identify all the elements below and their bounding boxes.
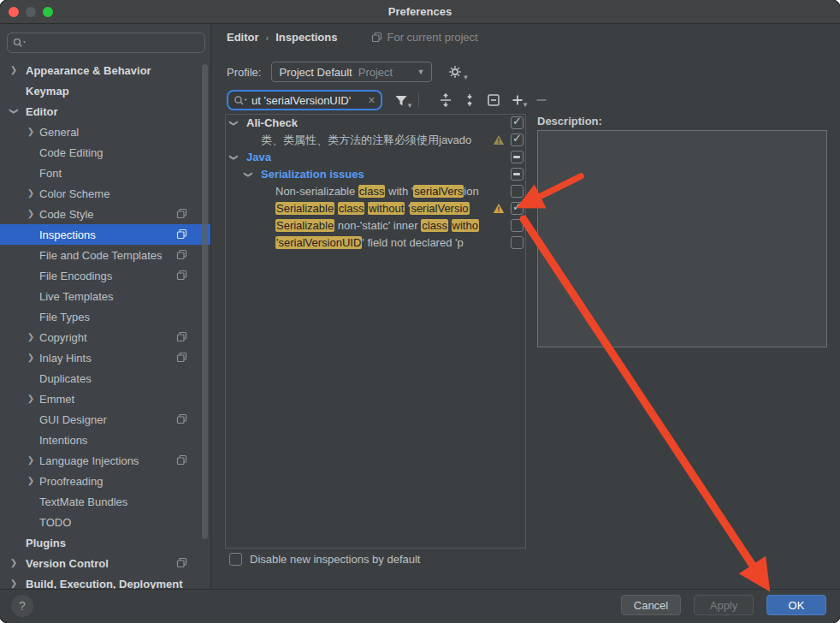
tree-row-insp-non-serializable-class[interactable]: Non-serializable class with 'serialVersi… (226, 183, 525, 200)
sidebar-item-file-types[interactable]: File Types (0, 306, 210, 327)
add-inspection-button[interactable]: ▼ (512, 94, 524, 106)
sidebar-item-label: File Types (39, 311, 90, 323)
disable-new-inspections-row: Disable new inspections by default (229, 553, 420, 566)
sidebar-item-code-editing[interactable]: Code Editing (0, 142, 210, 163)
reset-inspection-button[interactable] (487, 93, 500, 107)
sidebar-item-textmate-bundles[interactable]: TextMate Bundles (0, 491, 210, 512)
sidebar-item-file-encodings[interactable]: File Encodings (0, 265, 210, 286)
sidebar-item-version-control[interactable]: ❯Version Control (0, 553, 210, 573)
sidebar-item-general[interactable]: ❯General (0, 122, 210, 142)
chevron-right-icon: ❯ (27, 210, 35, 218)
breadcrumb: Editor › Inspections For current project (227, 31, 478, 44)
filter-button[interactable]: ▼ (394, 94, 408, 107)
sidebar-item-editor[interactable]: ❯Editor (0, 101, 210, 122)
tree-row-insp-serializable-inner-class[interactable]: Serializable non-'static' inner class wi… (226, 217, 525, 234)
inspection-checkbox-dash[interactable] (511, 151, 524, 163)
sidebar-item-build-execution-deployment[interactable]: ❯Build, Execution, Deployment (0, 573, 210, 589)
warning-icon (493, 134, 505, 145)
sidebar-item-color-scheme[interactable]: ❯Color Scheme (0, 183, 210, 204)
profile-actions-button[interactable]: ▼ (447, 64, 463, 80)
inspection-checkbox-empty[interactable] (511, 236, 524, 249)
sidebar-item-label: Inspections (39, 228, 96, 241)
sidebar-item-label: Emmet (39, 393, 74, 406)
sidebar-item-label: GUI Designer (39, 413, 107, 426)
expand-all-icon (439, 93, 453, 107)
sidebar-item-label: Copyright (39, 331, 87, 344)
search-icon (234, 95, 248, 106)
chevron-right-icon: ❯ (27, 189, 35, 198)
inspections-page: Editor › Inspections For current project… (211, 24, 840, 589)
sidebar-item-copyright[interactable]: ❯Copyright (0, 327, 210, 347)
warning-icon (493, 203, 505, 214)
per-project-icon (176, 557, 187, 568)
inspection-checkbox-checked[interactable] (511, 202, 524, 215)
cancel-button[interactable]: Cancel (621, 595, 681, 615)
inspection-checkbox-checked[interactable] (511, 134, 524, 146)
tree-row-insp-javadoc-comment[interactable]: 类、类属性、类方法的注释必须使用javado (226, 132, 525, 149)
sidebar-item-todo[interactable]: TODO (0, 512, 210, 532)
per-project-icon (176, 228, 187, 240)
sidebar-item-label: Inlay Hints (39, 352, 92, 365)
sidebar-item-label: File Encodings (39, 270, 112, 282)
sidebar-item-language-injections[interactable]: ❯Language Injections (0, 450, 210, 471)
chevron-right-icon: ❯ (27, 353, 35, 362)
tree-row-insp-serializable-class-without-uid[interactable]: Serializable class without 'serialVersio (226, 200, 525, 217)
sidebar-item-intentions[interactable]: Intentions (0, 430, 210, 450)
sidebar-item-label: Live Templates (39, 290, 113, 303)
sidebar-item-label: Keymap (26, 85, 69, 98)
sidebar-item-inspections[interactable]: Inspections (0, 224, 210, 245)
sidebar-item-duplicates[interactable]: Duplicates (0, 368, 210, 389)
sidebar-item-emmet[interactable]: ❯Emmet (0, 389, 210, 409)
breadcrumb-editor[interactable]: Editor (227, 31, 259, 44)
sidebar-item-proofreading[interactable]: ❯Proofreading (0, 471, 210, 491)
settings-search-input[interactable] (7, 33, 205, 53)
inspection-checkbox-dash[interactable] (511, 168, 524, 181)
minus-icon (535, 94, 547, 106)
sidebar-item-label: TODO (39, 516, 71, 529)
sidebar-item-keymap[interactable]: Keymap (0, 80, 210, 101)
sidebar-item-appearance-behavior[interactable]: ❯Appearance & Behavior (0, 60, 210, 80)
tree-row-group-ali-check[interactable]: ❯Ali-Check (226, 115, 525, 132)
sidebar-item-label: Plugins (26, 537, 66, 549)
toolbar-divider (418, 92, 419, 108)
chevron-down-icon: ▼ (522, 101, 529, 109)
expand-all-button[interactable] (439, 93, 453, 107)
inspection-label: 'serialVersionUID' field not declared 'p (275, 234, 489, 252)
sidebar-item-font[interactable]: Font (0, 163, 210, 183)
sidebar-item-plugins[interactable]: Plugins (0, 532, 210, 553)
sidebar-item-gui-designer[interactable]: GUI Designer (0, 409, 210, 430)
profile-select[interactable]: Project Default Project ▼ (271, 62, 432, 82)
collapse-all-button[interactable] (463, 93, 476, 107)
titlebar: Preferences (0, 0, 840, 24)
window-title: Preferences (0, 5, 840, 18)
tree-row-group-serialization-issues[interactable]: ❯Serialization issues (226, 166, 525, 183)
sidebar-item-code-style[interactable]: ❯Code Style (0, 204, 210, 224)
disable-new-inspections-checkbox[interactable] (229, 553, 242, 566)
sidebar-scrollbar[interactable] (202, 64, 208, 539)
inspection-checkbox-checked[interactable] (511, 116, 524, 129)
chevron-right-icon: ❯ (9, 66, 18, 74)
tree-row-group-java[interactable]: ❯Java (226, 149, 525, 166)
search-value: ut 'serialVersionUID' (251, 94, 364, 107)
sidebar-item-file-and-code-templates[interactable]: File and Code Templates (0, 245, 210, 265)
sidebar-item-label: Code Style (39, 208, 94, 221)
sidebar-item-label: Build, Execution, Deployment (26, 578, 182, 590)
remove-inspection-button[interactable] (535, 94, 547, 106)
inspection-checkbox-empty[interactable] (511, 185, 524, 198)
help-button[interactable]: ? (11, 595, 33, 617)
description-panel (537, 130, 827, 347)
clear-search-icon[interactable]: ✕ (368, 95, 376, 106)
gear-icon (447, 64, 463, 80)
apply-button[interactable]: Apply (694, 595, 754, 615)
chevron-down-icon: ❯ (9, 107, 18, 116)
inspections-search-input[interactable]: ut 'serialVersionUID' ✕ (227, 90, 382, 110)
tree-row-insp-uid-not-declared[interactable]: 'serialVersionUID' field not declared 'p (226, 234, 525, 252)
sidebar-item-inlay-hints[interactable]: ❯Inlay Hints (0, 347, 210, 368)
project-scope-icon (371, 32, 382, 43)
ok-button[interactable]: OK (766, 595, 826, 615)
inspection-checkbox-empty[interactable] (511, 219, 524, 232)
inspection-label: 类、类属性、类方法的注释必须使用javado (261, 132, 489, 149)
sidebar-item-label: Version Control (26, 557, 109, 570)
sidebar-item-live-templates[interactable]: Live Templates (0, 286, 210, 306)
description-label: Description: (537, 115, 602, 128)
